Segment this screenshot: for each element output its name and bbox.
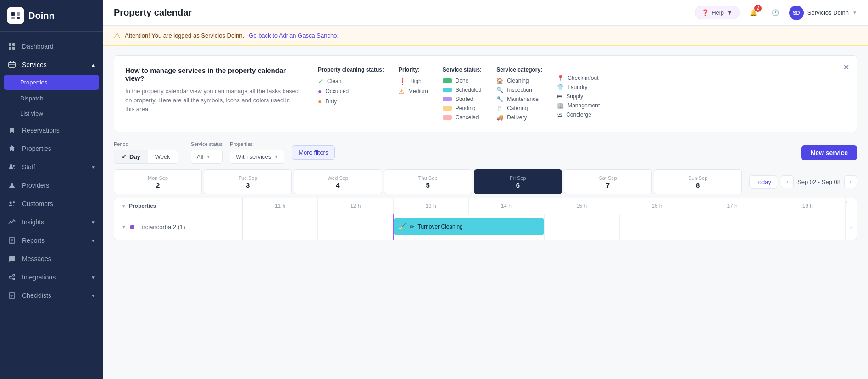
- user-menu-chevron-icon: ▼: [852, 10, 857, 15]
- svg-rect-3: [17, 17, 20, 19]
- pending-bar: [443, 106, 452, 111]
- sidebar-item-dispatch[interactable]: Dispatch: [0, 91, 103, 106]
- next-week-button[interactable]: ›: [844, 175, 857, 188]
- reports-chevron-icon: ▼: [91, 238, 95, 243]
- cat-laundry: 👕 Laundry: [557, 84, 600, 90]
- clock-icon: 🕐: [772, 9, 779, 16]
- users-icon: [7, 162, 17, 172]
- sidebar-item-properties[interactable]: Properties: [4, 75, 99, 90]
- filter-row: Period ✓ Day Week Service status: [114, 141, 857, 164]
- cat-supply: 🛏 Supply: [557, 93, 600, 100]
- cat-checkin: 📍 Check-in/out: [557, 75, 600, 81]
- day-tab-fri-sep6[interactable]: Fri Sep 6: [474, 169, 562, 194]
- sidebar-item-staff-label: Staff: [22, 163, 85, 171]
- canceled-bar: [443, 115, 452, 120]
- properties-section: Properties With services ▼: [230, 141, 284, 164]
- cleaning-icon: 🏠: [496, 78, 503, 84]
- hour-col-15: [545, 214, 620, 240]
- logo-icon: [7, 7, 24, 24]
- inspection-icon: 🔍: [496, 87, 503, 93]
- new-service-button[interactable]: New service: [801, 145, 857, 160]
- customers-icon: [7, 199, 17, 208]
- priority-medium: ⚠ Medium: [399, 88, 428, 95]
- service-status-title: Service status:: [443, 67, 482, 73]
- info-title: How to manage services in the property c…: [125, 67, 300, 82]
- timeline-hours-row: 11 h 12 h 13 h 14 h 15 h 16 h 17 h 18 h: [243, 198, 846, 214]
- sidebar-item-insights[interactable]: Insights ▼: [0, 213, 103, 231]
- sidebar-item-customers[interactable]: Customers: [0, 195, 103, 213]
- more-filters-button[interactable]: More filters: [292, 145, 335, 160]
- svg-point-23: [13, 278, 15, 280]
- priority-high: ❗ High: [399, 78, 428, 85]
- expand-right-icon: ›: [846, 200, 847, 205]
- filters-area: Period ✓ Day Week Service status: [103, 141, 868, 164]
- day-tab-wed-sep4[interactable]: Wed Sep 4: [294, 169, 382, 194]
- maintenance-icon: 🔧: [496, 96, 503, 102]
- day-tab-tue-sep3[interactable]: Tue Sep 3: [204, 169, 292, 194]
- hour-col-16: [620, 214, 695, 240]
- help-button[interactable]: ❓ Help ▼: [695, 6, 740, 19]
- svg-line-24: [11, 276, 13, 277]
- svg-point-16: [13, 201, 15, 203]
- alert-link[interactable]: Go back to Adrian Gasca Sancho.: [249, 32, 339, 39]
- prev-week-button[interactable]: ‹: [781, 175, 794, 188]
- today-button[interactable]: Today: [749, 175, 777, 189]
- day-tabs: Mon Sep 2 Tue Sep 3 Wed Sep 4 Thu Sep 5: [114, 169, 742, 194]
- more-filters-label: More filters: [299, 149, 328, 156]
- sidebar-item-properties-label: Properties: [20, 79, 47, 86]
- sidebar-item-properties-nav[interactable]: Properties: [0, 139, 103, 158]
- sidebar-item-checklists[interactable]: Checklists ▼: [0, 286, 103, 305]
- sidebar-item-list-view[interactable]: List view: [0, 106, 103, 121]
- help-label: Help: [712, 9, 724, 16]
- sidebar-item-services[interactable]: Services ▲: [0, 56, 103, 74]
- status-filter-select[interactable]: All ▼: [191, 150, 223, 164]
- properties-filter-select[interactable]: With services ▼: [230, 150, 284, 164]
- calendar-header: Mon Sep 2 Tue Sep 3 Wed Sep 4 Thu Sep 5: [114, 169, 857, 194]
- day-tab-thu-sep5[interactable]: Thu Sep 5: [384, 169, 472, 194]
- day-tab-mon-sep2[interactable]: Mon Sep 2: [114, 169, 202, 194]
- sidebar-item-reports[interactable]: Reports ▼: [0, 231, 103, 250]
- day-tab-sun-sep8[interactable]: Sun Sep 8: [654, 169, 742, 194]
- info-card: ✕ How to manage services in the property…: [114, 55, 857, 132]
- sort-icon: ▼: [122, 204, 126, 209]
- svg-point-13: [13, 165, 15, 167]
- timeline-grid-row: 🧹 ✏ Turnover Cleaning: [243, 214, 846, 240]
- concierge-icon: 🛎: [557, 111, 562, 118]
- cleaning-status-title: Property cleaning status:: [318, 67, 384, 73]
- svg-rect-5: [12, 43, 15, 46]
- svc-status-canceled: Canceled: [443, 114, 482, 121]
- hour-col-12: [318, 214, 393, 240]
- close-icon[interactable]: ✕: [843, 63, 849, 72]
- sidebar-item-messages[interactable]: Messages: [0, 250, 103, 268]
- priority-title: Priority:: [399, 67, 428, 73]
- user-menu-button[interactable]: SD Servicios Doinn ▼: [789, 6, 857, 20]
- sidebar-item-integrations[interactable]: Integrations ▼: [0, 268, 103, 286]
- clock-button[interactable]: 🕐: [767, 5, 784, 21]
- sidebar-item-staff[interactable]: Staff ▼: [0, 158, 103, 176]
- period-section: Period ✓ Day Week: [114, 141, 178, 164]
- sidebar-item-providers[interactable]: Providers: [0, 176, 103, 195]
- svg-point-22: [13, 274, 15, 276]
- svg-rect-2: [11, 17, 15, 19]
- insights-icon: [7, 217, 17, 227]
- day-button[interactable]: ✓ Day: [114, 150, 148, 163]
- cat-inspection: 🔍 Inspection: [496, 87, 542, 93]
- staff-chevron-icon: ▼: [91, 165, 95, 170]
- alert-message: Attention! You are logged as Servicios D…: [125, 32, 244, 39]
- sidebar-item-reservations[interactable]: Reservations: [0, 121, 103, 139]
- property-expand-icon[interactable]: ▼: [122, 224, 126, 229]
- properties-col-label: Properties: [129, 203, 156, 209]
- day-tab-sat-sep7[interactable]: Sat Sep 7: [564, 169, 652, 194]
- sidebar-item-dashboard[interactable]: Dashboard: [0, 37, 103, 56]
- week-button[interactable]: Week: [148, 150, 178, 163]
- provider-icon: [7, 181, 17, 190]
- row-expand-right-icon[interactable]: ›: [850, 224, 852, 230]
- service-block[interactable]: 🧹 ✏ Turnover Cleaning: [394, 218, 545, 235]
- home-icon: [7, 144, 17, 153]
- hour-18: 18 h: [770, 198, 846, 214]
- cleaning-service-icon: 🧹: [398, 223, 406, 230]
- sidebar-item-dispatch-label: Dispatch: [20, 95, 44, 102]
- notification-button[interactable]: 🔔 2: [745, 5, 762, 21]
- sidebar-item-list-view-label: List view: [20, 110, 43, 117]
- circle-icon: ●: [318, 88, 322, 95]
